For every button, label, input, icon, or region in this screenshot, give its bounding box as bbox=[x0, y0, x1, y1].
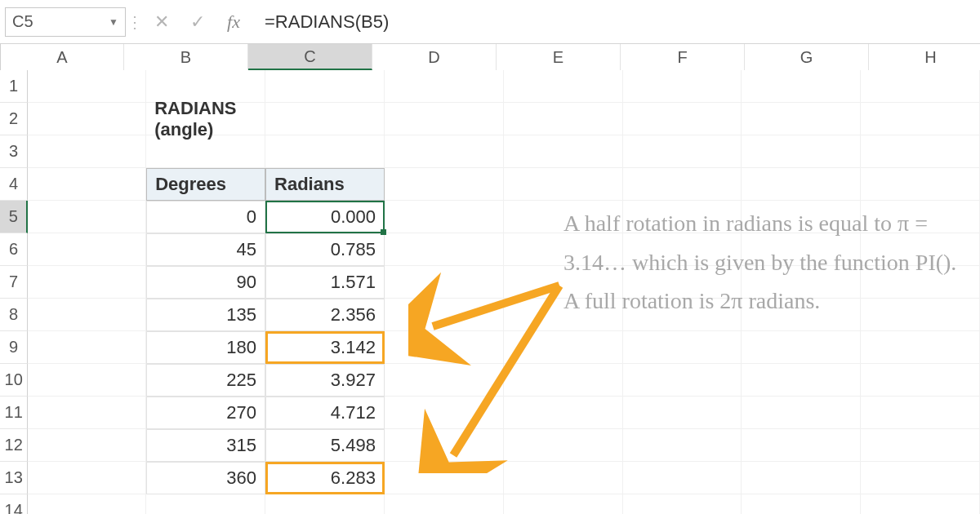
cell-B6[interactable]: 45 bbox=[146, 233, 265, 266]
row-header-5[interactable]: 5 bbox=[0, 201, 28, 233]
cell-A12[interactable] bbox=[28, 429, 146, 462]
row-header-13[interactable]: 13 bbox=[0, 462, 28, 494]
cell-A8[interactable] bbox=[28, 299, 146, 331]
cell-C9[interactable]: 3.142 bbox=[265, 331, 385, 364]
cell-A7[interactable] bbox=[28, 266, 146, 299]
cell-F13[interactable] bbox=[623, 462, 742, 494]
name-box[interactable]: C5 ▼ bbox=[5, 7, 126, 37]
cell-B14[interactable] bbox=[146, 494, 265, 514]
cell-D1[interactable] bbox=[385, 70, 504, 103]
cell-D7[interactable] bbox=[385, 266, 504, 299]
cell-H9[interactable] bbox=[861, 331, 980, 364]
cell-E9[interactable] bbox=[504, 331, 623, 364]
cell-C8[interactable]: 2.356 bbox=[265, 299, 385, 331]
cell-B9[interactable]: 180 bbox=[146, 331, 265, 364]
row-header-14[interactable]: 14 bbox=[0, 494, 28, 514]
fx-icon[interactable]: fx bbox=[216, 11, 252, 33]
cell-D13[interactable] bbox=[385, 462, 504, 494]
column-header-G[interactable]: G bbox=[745, 44, 869, 70]
formula-input[interactable]: =RADIANS(B5) bbox=[252, 7, 980, 37]
cell-F1[interactable] bbox=[623, 70, 742, 103]
cell-C11[interactable]: 4.712 bbox=[265, 397, 385, 429]
cell-G3[interactable] bbox=[742, 135, 861, 168]
cell-G12[interactable] bbox=[742, 429, 861, 462]
cell-C2[interactable] bbox=[265, 103, 385, 135]
row-header-6[interactable]: 6 bbox=[0, 233, 28, 266]
cell-E3[interactable] bbox=[504, 135, 623, 168]
cell-D9[interactable] bbox=[385, 331, 504, 364]
cell-E2[interactable] bbox=[504, 103, 623, 135]
column-header-F[interactable]: F bbox=[621, 44, 745, 70]
cell-F4[interactable] bbox=[623, 168, 742, 201]
cell-F11[interactable] bbox=[623, 397, 742, 429]
row-header-4[interactable]: 4 bbox=[0, 168, 28, 201]
cell-G2[interactable] bbox=[742, 103, 861, 135]
row-header-10[interactable]: 10 bbox=[0, 364, 28, 397]
cell-C3[interactable] bbox=[265, 135, 385, 168]
cell-B10[interactable]: 225 bbox=[146, 364, 265, 397]
cell-E14[interactable] bbox=[504, 494, 623, 514]
cell-F14[interactable] bbox=[623, 494, 742, 514]
cell-G4[interactable] bbox=[742, 168, 861, 201]
cell-C12[interactable]: 5.498 bbox=[265, 429, 385, 462]
cell-A9[interactable] bbox=[28, 331, 146, 364]
cell-F10[interactable] bbox=[623, 364, 742, 397]
cell-B13[interactable]: 360 bbox=[146, 462, 265, 494]
cell-F3[interactable] bbox=[623, 135, 742, 168]
cell-B12[interactable]: 315 bbox=[146, 429, 265, 462]
cell-D3[interactable] bbox=[385, 135, 504, 168]
select-all-corner[interactable] bbox=[0, 44, 1, 69]
cell-A2[interactable] bbox=[28, 103, 146, 135]
cell-B2[interactable]: RADIANS (angle) bbox=[146, 103, 265, 135]
cell-G11[interactable] bbox=[742, 397, 861, 429]
cell-G9[interactable] bbox=[742, 331, 861, 364]
cell-B7[interactable]: 90 bbox=[146, 266, 265, 299]
cell-C7[interactable]: 1.571 bbox=[265, 266, 385, 299]
cell-C10[interactable]: 3.927 bbox=[265, 364, 385, 397]
cell-A3[interactable] bbox=[28, 135, 146, 168]
cell-H13[interactable] bbox=[861, 462, 980, 494]
cell-H12[interactable] bbox=[861, 429, 980, 462]
cell-A5[interactable] bbox=[28, 201, 146, 233]
row-header-1[interactable]: 1 bbox=[0, 70, 28, 103]
cell-D14[interactable] bbox=[385, 494, 504, 514]
column-header-D[interactable]: D bbox=[372, 44, 497, 70]
column-header-E[interactable]: E bbox=[497, 44, 621, 70]
cell-H4[interactable] bbox=[861, 168, 980, 201]
cell-H3[interactable] bbox=[861, 135, 980, 168]
cell-A11[interactable] bbox=[28, 397, 146, 429]
cell-H14[interactable] bbox=[861, 494, 980, 514]
cell-C4[interactable]: Radians bbox=[265, 168, 385, 201]
cell-B4[interactable]: Degrees bbox=[146, 168, 265, 201]
cell-G1[interactable] bbox=[742, 70, 861, 103]
cell-D12[interactable] bbox=[385, 429, 504, 462]
cell-E11[interactable] bbox=[504, 397, 623, 429]
cell-C14[interactable] bbox=[265, 494, 385, 514]
cell-G10[interactable] bbox=[742, 364, 861, 397]
cell-E1[interactable] bbox=[504, 70, 623, 103]
chevron-down-icon[interactable]: ▼ bbox=[109, 16, 118, 28]
column-header-A[interactable]: A bbox=[1, 44, 124, 70]
cell-D10[interactable] bbox=[385, 364, 504, 397]
row-header-7[interactable]: 7 bbox=[0, 266, 28, 299]
row-header-9[interactable]: 9 bbox=[0, 331, 28, 364]
cell-C6[interactable]: 0.785 bbox=[265, 233, 385, 266]
cell-D2[interactable] bbox=[385, 103, 504, 135]
cell-E13[interactable] bbox=[504, 462, 623, 494]
cell-D11[interactable] bbox=[385, 397, 504, 429]
cell-C13[interactable]: 6.283 bbox=[265, 462, 385, 494]
cell-D5[interactable] bbox=[385, 201, 504, 233]
cell-A13[interactable] bbox=[28, 462, 146, 494]
column-header-C[interactable]: C bbox=[248, 44, 372, 70]
row-header-11[interactable]: 11 bbox=[0, 397, 28, 429]
cell-A6[interactable] bbox=[28, 233, 146, 266]
cell-F12[interactable] bbox=[623, 429, 742, 462]
cell-F9[interactable] bbox=[623, 331, 742, 364]
cell-E10[interactable] bbox=[504, 364, 623, 397]
column-header-B[interactable]: B bbox=[124, 44, 248, 70]
cell-A4[interactable] bbox=[28, 168, 146, 201]
row-header-2[interactable]: 2 bbox=[0, 103, 28, 135]
cell-D4[interactable] bbox=[385, 168, 504, 201]
cell-F2[interactable] bbox=[623, 103, 742, 135]
cell-E4[interactable] bbox=[504, 168, 623, 201]
